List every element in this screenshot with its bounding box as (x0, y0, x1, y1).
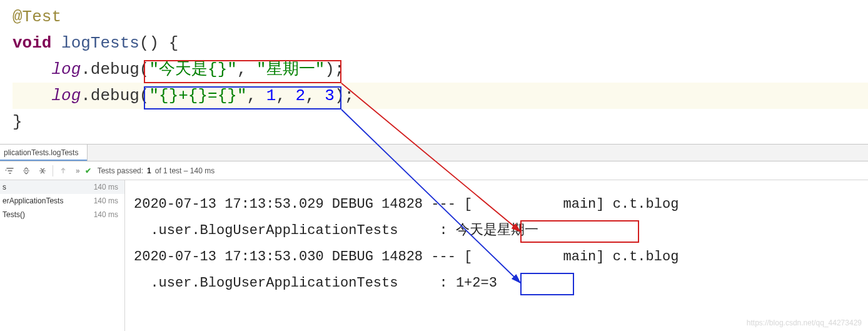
arg1-str1: "今天是{}" (149, 60, 236, 79)
sort-icon[interactable] (4, 165, 16, 177)
tree-method-label: Tests() (3, 210, 25, 219)
brace-close: } (13, 113, 23, 131)
annotation: @Test (13, 8, 61, 26)
tree-root-ms: 140 ms (94, 183, 118, 191)
call-debug-1: .debug( (81, 60, 149, 79)
keyword-void: void (13, 34, 51, 53)
arg-num-2: 2 (296, 86, 306, 105)
log-msg-2: 1+2=3 (456, 275, 497, 291)
expand-all-icon[interactable] (20, 165, 33, 177)
tree-root-row[interactable]: s 140 ms (0, 180, 124, 194)
pass-icon: ✔ (85, 166, 91, 175)
tree-method-row[interactable]: Tests() 140 ms (0, 208, 124, 222)
log-ident: log (51, 60, 81, 79)
collapse-all-icon[interactable] (36, 165, 49, 177)
call-debug-2: .debug( (81, 86, 149, 105)
arg1-str2: "星期一" (256, 60, 325, 79)
log-line-1: 2020-07-13 17:13:53.029 DEBUG 14828 --- … (134, 196, 679, 212)
arg-num-1: 1 (266, 86, 276, 105)
test-status-count: 1 (147, 166, 151, 175)
code-editor[interactable]: @Test void logTests() { log.debug("今天是{}… (0, 0, 868, 144)
tree-class-row[interactable]: erApplicationTests 140 ms (0, 194, 124, 208)
run-toolbar: » ✔ Tests passed: 1 of 1 test – 140 ms (0, 161, 868, 180)
run-tab-label: plicationTests.logTests (4, 148, 78, 157)
test-status-pre: Tests passed: (98, 166, 143, 175)
test-status-tail: of 1 test – 140 ms (155, 166, 214, 175)
log-line-2a: .user.BlogUserApplicationTests : (134, 223, 456, 238)
more-icon[interactable]: » (76, 166, 79, 175)
log-line-3: 2020-07-13 17:13:53.030 DEBUG 14828 --- … (134, 249, 679, 265)
arg2-str: "{}+{}={}" (149, 86, 246, 105)
tree-method-ms: 140 ms (94, 210, 118, 219)
tree-class-label: erApplicationTests (3, 196, 63, 205)
arg-num-3: 3 (325, 86, 335, 105)
test-tree[interactable]: s 140 ms erApplicationTests 140 ms Tests… (0, 180, 125, 331)
run-panel-tabs: plicationTests.logTests (0, 144, 868, 161)
run-panel-body: s 140 ms erApplicationTests 140 ms Tests… (0, 180, 868, 331)
tree-root-label: s (3, 183, 6, 191)
tree-class-ms: 140 ms (94, 196, 118, 205)
console-output[interactable]: 2020-07-13 17:13:53.029 DEBUG 14828 --- … (125, 180, 868, 331)
log-ident: log (51, 86, 81, 105)
method-name: logTests (61, 34, 139, 53)
prev-icon[interactable] (57, 165, 69, 177)
run-tab[interactable]: plicationTests.logTests (0, 145, 88, 161)
watermark: https://blog.csdn.net/qq_44273429 (747, 318, 862, 327)
paren-brace: () { (139, 34, 178, 53)
log-msg-1: 今天是星期一 (456, 223, 538, 238)
log-line-4a: .user.BlogUserApplicationTests : (134, 275, 456, 291)
